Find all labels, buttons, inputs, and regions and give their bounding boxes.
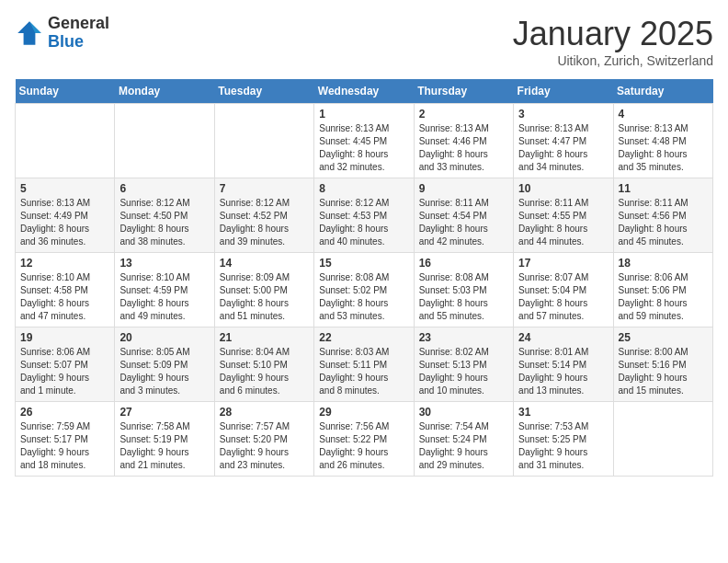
day-number: 15 (319, 257, 408, 270)
calendar-cell: 8Sunrise: 8:12 AM Sunset: 4:53 PM Daylig… (314, 178, 414, 253)
day-info: Sunrise: 8:12 AM Sunset: 4:50 PM Dayligh… (119, 197, 209, 248)
day-info: Sunrise: 8:11 AM Sunset: 4:54 PM Dayligh… (419, 197, 508, 248)
calendar-cell (214, 104, 313, 178)
day-number: 19 (20, 331, 109, 344)
day-number: 16 (419, 257, 508, 270)
day-info: Sunrise: 8:12 AM Sunset: 4:53 PM Dayligh… (319, 197, 408, 248)
day-number: 4 (619, 108, 708, 121)
day-info: Sunrise: 8:02 AM Sunset: 5:13 PM Dayligh… (419, 346, 508, 397)
calendar-cell: 3Sunrise: 8:13 AM Sunset: 4:47 PM Daylig… (514, 104, 613, 178)
location-subtitle: Uitikon, Zurich, Switzerland (513, 53, 713, 68)
calendar-week-5: 26Sunrise: 7:59 AM Sunset: 5:17 PM Dayli… (16, 402, 713, 477)
calendar-cell: 25Sunrise: 8:00 AM Sunset: 5:16 PM Dayli… (613, 327, 712, 402)
calendar-cell: 28Sunrise: 7:57 AM Sunset: 5:20 PM Dayli… (214, 402, 313, 477)
calendar-week-4: 19Sunrise: 8:06 AM Sunset: 5:07 PM Dayli… (16, 327, 713, 402)
calendar-cell: 11Sunrise: 8:11 AM Sunset: 4:56 PM Dayli… (613, 178, 712, 253)
day-info: Sunrise: 8:13 AM Sunset: 4:46 PM Dayligh… (419, 122, 508, 174)
day-info: Sunrise: 8:06 AM Sunset: 5:07 PM Dayligh… (20, 346, 109, 397)
day-info: Sunrise: 8:00 AM Sunset: 5:16 PM Dayligh… (619, 346, 708, 397)
calendar-cell: 20Sunrise: 8:05 AM Sunset: 5:09 PM Dayli… (115, 327, 214, 402)
day-number: 5 (20, 182, 109, 195)
calendar-body: 1Sunrise: 8:13 AM Sunset: 4:45 PM Daylig… (16, 104, 713, 477)
weekday-thursday: Thursday (414, 79, 513, 104)
day-info: Sunrise: 8:13 AM Sunset: 4:48 PM Dayligh… (619, 122, 708, 174)
day-number: 17 (518, 257, 608, 270)
weekday-friday: Friday (514, 79, 613, 104)
weekday-wednesday: Wednesday (314, 79, 414, 104)
logo-text: General Blue (48, 15, 109, 52)
day-number: 31 (518, 406, 608, 419)
calendar-week-1: 1Sunrise: 8:13 AM Sunset: 4:45 PM Daylig… (16, 104, 713, 178)
day-number: 28 (220, 406, 309, 419)
day-info: Sunrise: 8:05 AM Sunset: 5:09 PM Dayligh… (119, 346, 209, 397)
calendar-cell: 19Sunrise: 8:06 AM Sunset: 5:07 PM Dayli… (16, 327, 115, 402)
calendar-cell: 29Sunrise: 7:56 AM Sunset: 5:22 PM Dayli… (314, 402, 414, 477)
calendar-cell: 4Sunrise: 8:13 AM Sunset: 4:48 PM Daylig… (613, 104, 712, 178)
day-number: 23 (419, 331, 508, 344)
calendar-cell: 30Sunrise: 7:54 AM Sunset: 5:24 PM Dayli… (414, 402, 513, 477)
day-info: Sunrise: 8:12 AM Sunset: 4:52 PM Dayligh… (220, 197, 309, 248)
day-info: Sunrise: 7:53 AM Sunset: 5:25 PM Dayligh… (518, 420, 608, 472)
calendar-header: SundayMondayTuesdayWednesdayThursdayFrid… (16, 79, 713, 104)
day-number: 20 (119, 331, 209, 344)
day-info: Sunrise: 8:11 AM Sunset: 4:56 PM Dayligh… (619, 197, 708, 248)
day-number: 21 (220, 331, 309, 344)
day-number: 3 (518, 108, 608, 121)
calendar-cell: 26Sunrise: 7:59 AM Sunset: 5:17 PM Dayli… (16, 402, 115, 477)
day-info: Sunrise: 7:54 AM Sunset: 5:24 PM Dayligh… (419, 420, 508, 472)
logo: General Blue (15, 15, 109, 52)
day-number: 1 (319, 108, 408, 121)
day-number: 13 (119, 257, 209, 270)
calendar-cell: 31Sunrise: 7:53 AM Sunset: 5:25 PM Dayli… (514, 402, 613, 477)
weekday-saturday: Saturday (613, 79, 712, 104)
day-info: Sunrise: 7:57 AM Sunset: 5:20 PM Dayligh… (220, 420, 309, 472)
weekday-monday: Monday (115, 79, 214, 104)
day-info: Sunrise: 8:08 AM Sunset: 5:02 PM Dayligh… (319, 271, 408, 323)
day-number: 2 (419, 108, 508, 121)
calendar-cell: 6Sunrise: 8:12 AM Sunset: 4:50 PM Daylig… (115, 178, 214, 253)
day-number: 12 (20, 257, 109, 270)
day-info: Sunrise: 8:13 AM Sunset: 4:47 PM Dayligh… (518, 122, 608, 174)
day-info: Sunrise: 8:04 AM Sunset: 5:10 PM Dayligh… (220, 346, 309, 397)
day-info: Sunrise: 8:03 AM Sunset: 5:11 PM Dayligh… (319, 346, 408, 397)
calendar-cell: 9Sunrise: 8:11 AM Sunset: 4:54 PM Daylig… (414, 178, 513, 253)
day-info: Sunrise: 8:13 AM Sunset: 4:45 PM Dayligh… (319, 122, 408, 174)
day-info: Sunrise: 8:01 AM Sunset: 5:14 PM Dayligh… (518, 346, 608, 397)
day-info: Sunrise: 7:58 AM Sunset: 5:19 PM Dayligh… (119, 420, 209, 472)
calendar-cell: 21Sunrise: 8:04 AM Sunset: 5:10 PM Dayli… (214, 327, 313, 402)
weekday-tuesday: Tuesday (214, 79, 313, 104)
calendar-week-3: 12Sunrise: 8:10 AM Sunset: 4:58 PM Dayli… (16, 253, 713, 327)
calendar-cell: 16Sunrise: 8:08 AM Sunset: 5:03 PM Dayli… (414, 253, 513, 327)
day-info: Sunrise: 7:59 AM Sunset: 5:17 PM Dayligh… (20, 420, 109, 472)
logo-general: General (48, 14, 109, 32)
day-number: 14 (220, 257, 309, 270)
day-number: 8 (319, 182, 408, 195)
calendar-cell: 23Sunrise: 8:02 AM Sunset: 5:13 PM Dayli… (414, 327, 513, 402)
day-info: Sunrise: 8:06 AM Sunset: 5:06 PM Dayligh… (619, 271, 708, 323)
day-number: 24 (518, 331, 608, 344)
day-number: 25 (619, 331, 708, 344)
day-info: Sunrise: 8:10 AM Sunset: 4:58 PM Dayligh… (20, 271, 109, 323)
day-number: 11 (619, 182, 708, 195)
calendar-cell: 5Sunrise: 8:13 AM Sunset: 4:49 PM Daylig… (16, 178, 115, 253)
page-header: General Blue January 2025 Uitikon, Zuric… (15, 15, 713, 68)
month-title: January 2025 (513, 15, 713, 53)
day-info: Sunrise: 8:11 AM Sunset: 4:55 PM Dayligh… (518, 197, 608, 248)
calendar-cell: 7Sunrise: 8:12 AM Sunset: 4:52 PM Daylig… (214, 178, 313, 253)
weekday-sunday: Sunday (16, 79, 115, 104)
calendar-cell: 12Sunrise: 8:10 AM Sunset: 4:58 PM Dayli… (16, 253, 115, 327)
calendar-cell: 22Sunrise: 8:03 AM Sunset: 5:11 PM Dayli… (314, 327, 414, 402)
calendar-cell: 13Sunrise: 8:10 AM Sunset: 4:59 PM Dayli… (115, 253, 214, 327)
day-number: 29 (319, 406, 408, 419)
day-info: Sunrise: 8:08 AM Sunset: 5:03 PM Dayligh… (419, 271, 508, 323)
day-number: 9 (419, 182, 508, 195)
day-info: Sunrise: 8:13 AM Sunset: 4:49 PM Dayligh… (20, 197, 109, 248)
calendar-cell (115, 104, 214, 178)
calendar-cell (613, 402, 712, 477)
calendar-cell: 2Sunrise: 8:13 AM Sunset: 4:46 PM Daylig… (414, 104, 513, 178)
calendar-cell: 1Sunrise: 8:13 AM Sunset: 4:45 PM Daylig… (314, 104, 414, 178)
day-number: 30 (419, 406, 508, 419)
day-number: 10 (518, 182, 608, 195)
weekday-header-row: SundayMondayTuesdayWednesdayThursdayFrid… (16, 79, 713, 104)
day-number: 18 (619, 257, 708, 270)
